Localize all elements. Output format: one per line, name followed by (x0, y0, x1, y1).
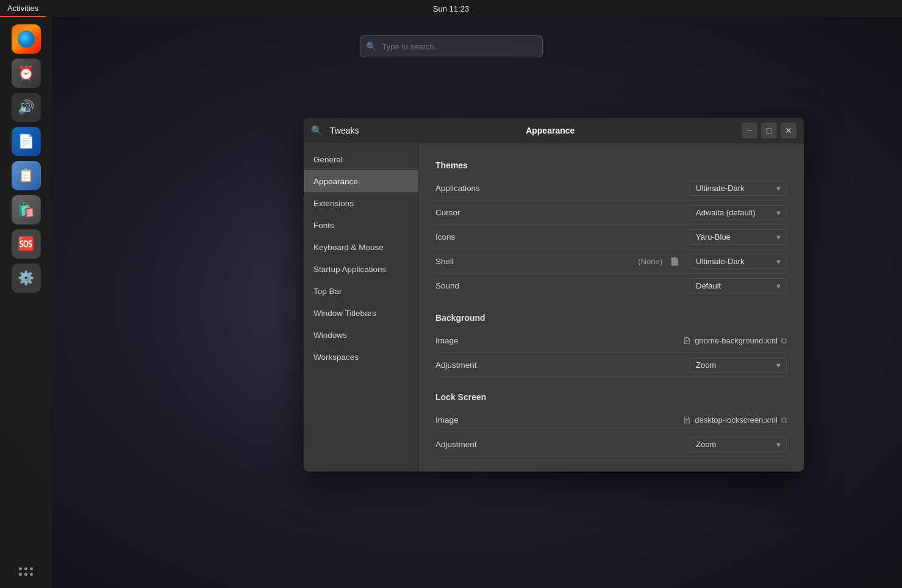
applications-label: Applications (435, 184, 689, 193)
ls-image-file-icon: 🖹 (682, 415, 691, 425)
cursor-value: Adwaita (default) ▼ (689, 205, 787, 220)
applications-row: Applications Ultimate-Dark ▼ (435, 176, 787, 201)
shell-document-icon: 📄 (670, 257, 679, 266)
dock-icon-writer[interactable]: 📄 (12, 127, 41, 156)
activities-button[interactable]: Activities (0, 0, 46, 17)
icons-row: Icons Yaru-Blue ▼ (435, 225, 787, 249)
ls-adjustment-label: Adjustment (435, 440, 689, 449)
icons-label: Icons (435, 232, 689, 242)
minimize-button[interactable]: − (742, 123, 757, 138)
ls-image-value: 🖹 desktop-lockscreen.xml ⧉ (682, 415, 787, 425)
sidebar-item-general[interactable]: General (304, 148, 418, 170)
search-input[interactable] (360, 35, 543, 57)
sound-row: Sound Default ▼ (435, 274, 787, 298)
close-button[interactable]: ✕ (781, 123, 796, 138)
dock-icon-settings[interactable]: ⚙️ (12, 264, 41, 293)
tweaks-window: 🔍 Tweaks Appearance − □ ✕ GeneralAppeara… (304, 118, 804, 471)
themes-section-title: Themes (435, 160, 787, 170)
topbar: Activities Sun 11:23 (0, 0, 902, 17)
search-icon: 🔍 (366, 41, 376, 51)
sound-value: Default ▼ (689, 278, 787, 293)
tweaks-title: Tweaks (330, 126, 359, 135)
sidebar-item-fonts[interactable]: Fonts (304, 214, 418, 236)
dock-icon-sound[interactable]: 🔊 (12, 93, 41, 122)
applications-value: Ultimate-Dark ▼ (689, 181, 787, 196)
titlebar-search-icon: 🔍 (311, 125, 323, 136)
dock-icon-clock[interactable]: ⏰ (12, 59, 41, 88)
background-section-title: Background (435, 313, 787, 323)
bg-adjustment-label: Adjustment (435, 360, 689, 370)
ls-image-label: Image (435, 415, 682, 425)
sidebar-item-top-bar[interactable]: Top Bar (304, 280, 418, 302)
sound-dropdown-wrap: Default ▼ (689, 278, 787, 293)
ls-image-filename: desktop-lockscreen.xml (695, 415, 778, 425)
sidebar-item-keyboard-mouse[interactable]: Keyboard & Mouse (304, 236, 418, 258)
applications-dropdown[interactable]: Ultimate-Dark (689, 181, 787, 196)
cursor-row: Cursor Adwaita (default) ▼ (435, 201, 787, 225)
ls-adjustment-dropdown[interactable]: Zoom (689, 437, 787, 452)
bg-adjustment-dropdown-wrap: Zoom ▼ (689, 357, 787, 373)
window-controls: − □ ✕ (742, 123, 796, 138)
bg-image-label: Image (435, 336, 682, 345)
sidebar-item-appearance[interactable]: Appearance (304, 170, 418, 192)
applications-dropdown-wrap: Ultimate-Dark ▼ (689, 181, 787, 196)
sound-dropdown[interactable]: Default (689, 278, 787, 293)
cursor-dropdown-wrap: Adwaita (default) ▼ (689, 205, 787, 220)
dock-icon-notes[interactable]: 📋 (12, 161, 41, 190)
dock-icon-firefox[interactable] (12, 24, 41, 54)
clock: Sun 11:23 (433, 4, 469, 13)
shell-dropdown[interactable]: Ultimate-Dark (689, 254, 787, 269)
dock-icon-help[interactable]: 🆘 (12, 229, 41, 259)
lock-screen-section-title: Lock Screen (435, 392, 787, 402)
bg-adjustment-value: Zoom ▼ (689, 357, 787, 373)
window-body: GeneralAppearanceExtensionsFontsKeyboard… (304, 143, 804, 471)
bg-image-row: Image 🖹 gnome-background.xml ⧉ (435, 329, 787, 353)
bg-adjustment-dropdown[interactable]: Zoom (689, 357, 787, 373)
cursor-label: Cursor (435, 208, 689, 217)
window-page-title: Appearance (359, 126, 742, 135)
sound-label: Sound (435, 281, 689, 290)
sidebar-item-windows[interactable]: Windows (304, 324, 418, 346)
desktop: ⏰ 🔊 📄 📋 🛍️ 🆘 ⚙️ 🔍 (0, 17, 902, 588)
shell-value: (None) 📄 Ultimate-Dark ▼ (638, 254, 787, 269)
shell-label: Shell (435, 257, 638, 266)
bg-image-file-icon: 🖹 (682, 336, 691, 346)
content-area: Themes Applications Ultimate-Dark ▼ (418, 143, 804, 471)
sidebar: GeneralAppearanceExtensionsFontsKeyboard… (304, 143, 418, 471)
ls-image-copy-icon[interactable]: ⧉ (781, 415, 787, 425)
shell-none-text: (None) (638, 257, 662, 266)
cursor-dropdown[interactable]: Adwaita (default) (689, 205, 787, 220)
icons-dropdown-wrap: Yaru-Blue ▼ (689, 229, 787, 245)
icons-dropdown[interactable]: Yaru-Blue (689, 229, 787, 245)
search-bar-container: 🔍 (360, 35, 543, 57)
ls-image-row: Image 🖹 desktop-lockscreen.xml ⧉ (435, 408, 787, 432)
bg-image-copy-icon[interactable]: ⧉ (781, 336, 787, 346)
ls-adjustment-row: Adjustment Zoom ▼ (435, 432, 787, 457)
bg-image-filename: gnome-background.xml (695, 336, 778, 345)
bg-adjustment-row: Adjustment Zoom ▼ (435, 353, 787, 378)
ls-adjustment-dropdown-wrap: Zoom ▼ (689, 437, 787, 452)
window-titlebar: 🔍 Tweaks Appearance − □ ✕ (304, 118, 804, 143)
shell-dropdown-wrap: Ultimate-Dark ▼ (689, 254, 787, 269)
sidebar-item-window-titlebars[interactable]: Window Titlebars (304, 302, 418, 324)
sidebar-item-extensions[interactable]: Extensions (304, 192, 418, 214)
maximize-button[interactable]: □ (761, 123, 777, 138)
icons-value: Yaru-Blue ▼ (689, 229, 787, 245)
bg-image-value: 🖹 gnome-background.xml ⧉ (682, 336, 787, 346)
shell-row: Shell (None) 📄 Ultimate-Dark ▼ (435, 249, 787, 274)
dock-dots (19, 567, 33, 576)
sidebar-item-workspaces[interactable]: Workspaces (304, 346, 418, 368)
ls-adjustment-value: Zoom ▼ (689, 437, 787, 452)
dock-icon-appstore[interactable]: 🛍️ (12, 195, 41, 224)
dock: ⏰ 🔊 📄 📋 🛍️ 🆘 ⚙️ (0, 17, 52, 588)
sidebar-item-startup-applications[interactable]: Startup Applications (304, 258, 418, 280)
